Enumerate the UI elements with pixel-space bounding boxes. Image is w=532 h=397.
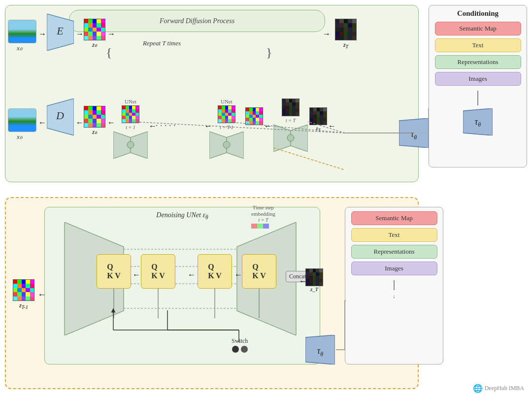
text-bottom: Text <box>351 228 437 242</box>
switch-label: Switch <box>232 337 248 353</box>
qkv-2: QK V <box>141 254 175 289</box>
forward-diffusion-label: Forward Diffusion Process <box>160 17 234 25</box>
timestep-box: Time stepembedding t = T <box>251 204 275 229</box>
arrow-down: ↓ <box>393 293 396 299</box>
arrow-qkv3-4: ← <box>234 270 242 279</box>
svg-point-9 <box>223 141 230 148</box>
repeat-brace-right: } <box>266 45 272 60</box>
arrow-d-to-x0: ← <box>38 118 46 127</box>
representations-top: Representations <box>435 55 521 69</box>
unet-rightmost: t = T <box>273 99 308 154</box>
images-bottom: Images <box>351 262 437 275</box>
unet-left: UNet t = 1 <box>113 99 148 161</box>
zt-label-top: zT <box>335 41 357 49</box>
main-diagram: Forward Diffusion Process Repeat T times… <box>0 0 532 397</box>
x0-out-label: x₀ <box>17 133 45 141</box>
z0-label-bottom: z₀ <box>84 129 105 136</box>
watermark: 🌐 DeepHub IMBA <box>473 384 524 393</box>
representations-bottom: Representations <box>351 245 437 259</box>
arrow-fd-to-zt: → <box>323 30 331 38</box>
tau-panel: τθ <box>463 108 493 135</box>
z0-pixel-top: z₀ <box>84 19 105 49</box>
svg-text:D: D <box>56 109 64 122</box>
zt-input-bottom: z_T <box>305 268 323 292</box>
qkv-3: QK V <box>198 254 232 289</box>
right-panel-bottom: Semantic Map Text Representations Images… <box>345 207 443 364</box>
zt-bottom-label: z_T <box>305 286 323 292</box>
arrow-to-zt1-out: ← <box>37 290 46 300</box>
zt1-pixel <box>245 107 263 125</box>
vertical-arrows <box>45 289 286 338</box>
arrow-x0-to-e: → <box>38 30 46 38</box>
conditioning-title: Conditioning <box>457 9 499 18</box>
arrow-z0b-to-d: ← <box>76 118 84 127</box>
decoder-shape: D <box>47 99 74 137</box>
images-top: Images <box>435 72 521 86</box>
text-top: Text <box>435 38 521 52</box>
arrow-qkv1-2: ← <box>133 270 140 279</box>
input-image-top: x₀ <box>8 20 36 51</box>
semantic-map-top: Semantic Map <box>435 22 521 35</box>
panel-to-tau-line <box>477 91 478 105</box>
svg-point-6 <box>127 141 134 148</box>
zt1-out-label: zT-1 <box>13 302 34 310</box>
svg-text:E: E <box>56 25 64 37</box>
qkv-1: QK V <box>97 254 131 289</box>
z0-pixel-bottom: z₀ <box>84 106 105 136</box>
denoising-title: Denoising UNet εθ <box>156 211 208 221</box>
dots-separator: . . . . . <box>156 118 176 129</box>
x0-in-label: x₀ <box>17 44 45 52</box>
arrow-z0-to-fd: → <box>107 30 115 38</box>
qkv-4: QK V <box>242 254 276 289</box>
denoising-unet-box: Denoising UNet εθ QK V QK V QK V QK <box>44 207 320 364</box>
arrow-qkv2-3: ← <box>188 270 196 279</box>
zt-pixel-bottom-row: zT <box>309 107 327 132</box>
svg-point-12 <box>287 134 294 141</box>
repeat-brace: { <box>106 45 112 60</box>
forward-diffusion-box: Forward Diffusion Process <box>69 10 325 32</box>
arrow-e-to-z0: → <box>76 30 84 38</box>
encoder-shape: E <box>47 14 74 53</box>
zt-pixel-top: zT <box>335 19 357 49</box>
repeat-label: Repeat T times <box>143 39 181 47</box>
watermark-text: DeepHub IMBA <box>485 385 524 392</box>
arrow-zt1: ← <box>264 122 272 131</box>
panel-bottom-to-tau-line <box>394 280 395 290</box>
semantic-map-bottom: Semantic Map <box>351 211 437 225</box>
right-panel-top: Conditioning Semantic Map Text Represent… <box>429 5 527 167</box>
zt1-output-pixel: zT-1 <box>13 279 34 310</box>
unet-right: UNet t = T-1 <box>209 99 244 161</box>
z0-label-top: z₀ <box>84 41 105 49</box>
arrow-to-zt-bot: ← <box>328 122 336 131</box>
output-image: x₀ <box>8 108 36 140</box>
arrow-zt-to-concat: ← <box>299 277 307 286</box>
tau-top: τθ <box>399 118 429 150</box>
tau-bottom: τθ <box>305 335 335 366</box>
